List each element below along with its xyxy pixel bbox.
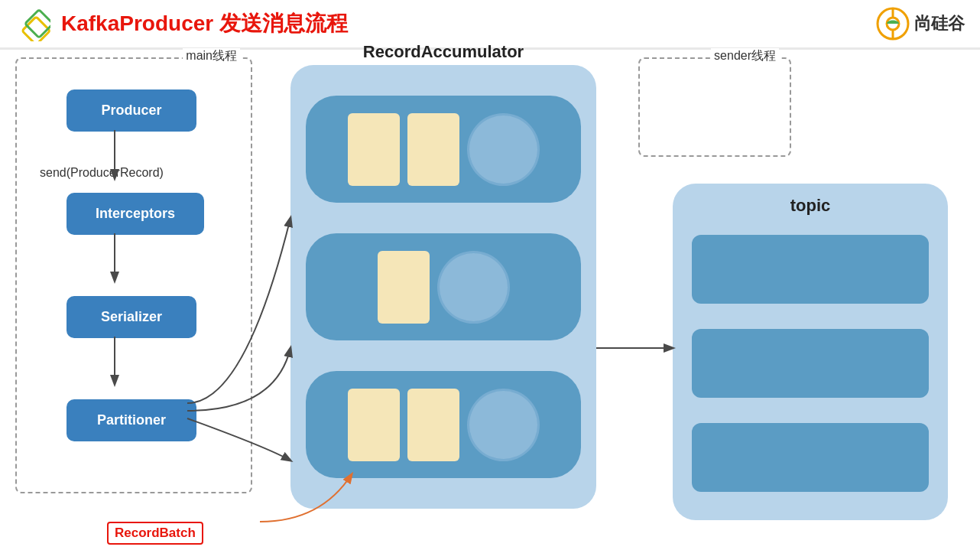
ugg-logo-icon	[876, 7, 910, 41]
node-interceptors: Interceptors	[67, 193, 204, 235]
queue-row-2	[306, 233, 581, 340]
record-batch-label: RecordBatch	[107, 522, 203, 545]
accumulator-title: RecordAccumulator	[363, 42, 524, 62]
queue-circle-1	[467, 113, 540, 186]
batch-block-2a	[378, 251, 430, 324]
node-partitioner: Partitioner	[67, 399, 196, 441]
svg-rect-0	[22, 17, 50, 41]
send-label: send(ProducerRecord)	[40, 166, 164, 180]
main-thread-box: main线程 Producer send(ProducerRecord) Int…	[15, 57, 252, 493]
diamond-logo-icon	[15, 6, 50, 41]
partition-block-3	[692, 423, 929, 492]
batch-block-3b	[407, 389, 459, 461]
queue-circle-3	[467, 389, 540, 461]
node-producer: Producer	[67, 89, 196, 132]
partition-block-1	[692, 235, 929, 304]
node-serializer: Serializer	[67, 296, 196, 338]
header-left: KafkaProducer 发送消息流程	[15, 6, 348, 41]
sender-thread-box: sender线程 Sender	[638, 57, 791, 157]
main-thread-label: main线程	[183, 48, 240, 64]
partition-block-2	[692, 329, 929, 398]
diagram-area: main线程 Producer send(ProducerRecord) Int…	[0, 50, 980, 550]
batch-block-1a	[348, 113, 400, 186]
batch-block-3a	[348, 389, 400, 461]
queue-row-1	[306, 96, 581, 203]
sender-thread-label: sender线程	[711, 48, 779, 64]
queue-circle-2	[437, 251, 510, 324]
brand-logo: 尚硅谷	[876, 7, 965, 41]
record-accumulator-area: RecordAccumulator	[290, 65, 596, 509]
batch-block-1b	[407, 113, 459, 186]
topic-title: topic	[790, 196, 831, 216]
topic-area: topic	[673, 184, 948, 520]
queue-row-3	[306, 371, 581, 478]
page-title: KafkaProducer 发送消息流程	[61, 9, 348, 38]
brand-name: 尚硅谷	[914, 12, 965, 35]
